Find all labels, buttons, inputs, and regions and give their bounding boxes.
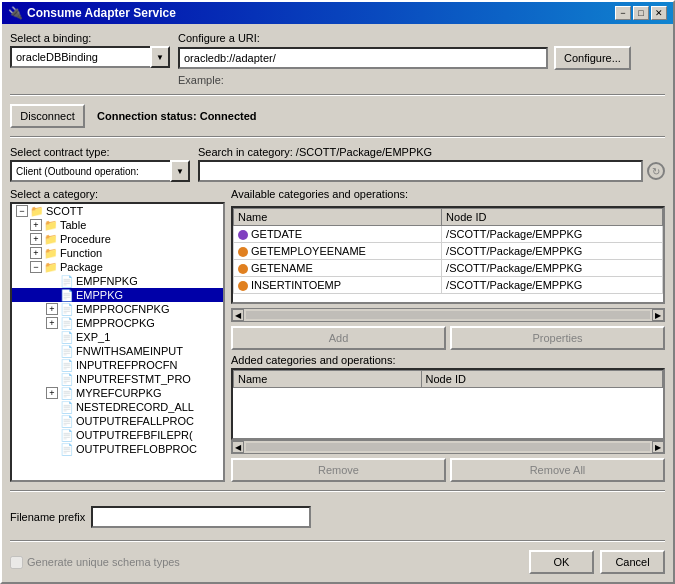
left-panel: Select a category: − 📁 SCOTT + 📁 Table (10, 188, 225, 482)
tree-item-myrefcurpkg[interactable]: + 📄 MYREFCURPKG (12, 386, 223, 400)
properties-button[interactable]: Properties (450, 326, 665, 350)
contract-dropdown-arrow[interactable]: ▼ (170, 160, 190, 182)
disconnect-button[interactable]: Disconnect (10, 104, 85, 128)
added-hscrollbar[interactable]: ◀ ▶ (231, 440, 665, 454)
added-operations-table[interactable]: Name Node ID (231, 368, 665, 440)
filename-section: Filename prefix (10, 500, 665, 532)
search-label: Search in category: /SCOTT/Package/EMPPK… (198, 146, 665, 158)
tree-item-empfnpkg[interactable]: 📄 EMPFNPKG (12, 274, 223, 288)
expander-function[interactable]: + (30, 247, 42, 259)
tree-item-outputrefallproc[interactable]: 📄 OUTPUTREFALLPROC (12, 414, 223, 428)
tree-label-scott: SCOTT (46, 205, 83, 217)
added-col-name: Name (234, 371, 422, 388)
separator-1 (10, 94, 665, 96)
tree-label-emppkg: EMPPKG (76, 289, 123, 301)
added-col-nodeid: Node ID (421, 371, 662, 388)
op-name-insertintoemp: INSERTINTOEMP (234, 277, 442, 294)
category-tree[interactable]: − 📁 SCOTT + 📁 Table + 📁 Procedure (10, 202, 225, 482)
scroll-right-btn[interactable]: ▶ (652, 309, 664, 321)
item-icon-outputreflob: 📄 (60, 443, 74, 455)
tree-item-package[interactable]: − 📁 Package (12, 260, 223, 274)
tree-item-inputrefprocfn[interactable]: 📄 INPUTREFPROCFN (12, 358, 223, 372)
tree-item-nestedrecord[interactable]: 📄 NESTEDRECORD_ALL (12, 400, 223, 414)
op-nodeid-getemployeename: /SCOTT/Package/EMPPKG (442, 243, 663, 260)
op-row-getdate[interactable]: GETDATE /SCOTT/Package/EMPPKG (234, 226, 663, 243)
status-prefix: Connection status: (97, 110, 197, 122)
cancel-button[interactable]: Cancel (600, 550, 665, 574)
tree-item-exp1[interactable]: 📄 EXP_1 (12, 330, 223, 344)
configure-button[interactable]: Configure... (554, 46, 631, 70)
expander-procedure[interactable]: + (30, 233, 42, 245)
tree-label-nestedrecord: NESTEDRECORD_ALL (76, 401, 194, 413)
tree-item-inputrefstmt[interactable]: 📄 INPUTREFSTMT_PRO (12, 372, 223, 386)
category-label: Select a category: (10, 188, 225, 200)
operations-label: Available categories and operations: (231, 188, 665, 200)
tree-item-outputrefbfile[interactable]: 📄 OUTPUTREFBFILEPR( (12, 428, 223, 442)
tree-item-outputreflob[interactable]: 📄 OUTPUTREFLOBPROC (12, 442, 223, 456)
expander-package[interactable]: − (30, 261, 42, 273)
binding-label: Select a binding: (10, 32, 170, 44)
expander-empprocpkg[interactable]: + (46, 317, 58, 329)
op-row-getemployeename[interactable]: GETEMPLOYEENAME /SCOTT/Package/EMPPKG (234, 243, 663, 260)
expander-scott[interactable]: − (16, 205, 28, 217)
ok-button[interactable]: OK (529, 550, 594, 574)
bottom-bar: Generate unique schema types OK Cancel (10, 550, 665, 574)
added-section: Added categories and operations: Name No… (231, 354, 665, 454)
item-icon-inputrefprocfn: 📄 (60, 359, 74, 371)
binding-group: Select a binding: oracleDBBinding ▼ (10, 32, 170, 68)
generate-schema-checkbox[interactable] (10, 556, 23, 569)
expander-table[interactable]: + (30, 219, 42, 231)
minimize-button[interactable]: − (615, 6, 631, 20)
tree-item-fnwithsameinput[interactable]: 📄 FNWITHSAMEINPUT (12, 344, 223, 358)
op-name-getdate: GETDATE (234, 226, 442, 243)
added-scroll-right[interactable]: ▶ (652, 441, 664, 453)
binding-uri-row: Select a binding: oracleDBBinding ▼ Conf… (10, 32, 665, 86)
tree-item-procedure[interactable]: + 📁 Procedure (12, 232, 223, 246)
available-operations-table[interactable]: Name Node ID GETDATE /SCOTT/Package/EMPP… (231, 206, 665, 304)
expander-empprocfnpkg[interactable]: + (46, 303, 58, 315)
tree-item-scott[interactable]: − 📁 SCOTT (12, 204, 223, 218)
op-name-getename: GETENAME (234, 260, 442, 277)
contract-group: Select contract type: Client (Outbound o… (10, 146, 190, 182)
added-scroll-left[interactable]: ◀ (232, 441, 244, 453)
remove-button[interactable]: Remove (231, 458, 446, 482)
window-icon: 🔌 (8, 6, 23, 20)
scroll-left-btn[interactable]: ◀ (232, 309, 244, 321)
added-scrollbar-track (246, 443, 650, 451)
generate-schema-label: Generate unique schema types (27, 556, 180, 568)
main-area: Select a category: − 📁 SCOTT + 📁 Table (10, 188, 665, 482)
tree-item-table[interactable]: + 📁 Table (12, 218, 223, 232)
tree-item-empprocfnpkg[interactable]: + 📄 EMPPROCFNPKG (12, 302, 223, 316)
tree-item-emppkg[interactable]: 📄 EMPPKG (12, 288, 223, 302)
item-icon-empfnpkg: 📄 (60, 275, 74, 287)
add-button[interactable]: Add (231, 326, 446, 350)
added-label: Added categories and operations: (231, 354, 665, 366)
op-row-getename[interactable]: GETENAME /SCOTT/Package/EMPPKG (234, 260, 663, 277)
op-row-insertintoemp[interactable]: INSERTINTOEMP /SCOTT/Package/EMPPKG (234, 277, 663, 294)
uri-group: Configure a URI: Configure... Example: (178, 32, 665, 86)
tree-item-function[interactable]: + 📁 Function (12, 246, 223, 260)
right-panel: Available categories and operations: Nam… (231, 188, 665, 482)
connection-status-label: Connection status: Connected (97, 110, 257, 122)
filename-input[interactable] (91, 506, 311, 528)
binding-dropdown-arrow[interactable]: ▼ (150, 46, 170, 68)
contract-label: Select contract type: (10, 146, 190, 158)
tree-label-myrefcurpkg: MYREFCURPKG (76, 387, 162, 399)
binding-dropdown[interactable]: oracleDBBinding ▼ (10, 46, 170, 68)
uri-input[interactable] (178, 47, 548, 69)
binding-value: oracleDBBinding (10, 46, 150, 68)
content-area: Select a binding: oracleDBBinding ▼ Conf… (2, 24, 673, 582)
item-icon-empprocfnpkg: 📄 (60, 303, 74, 315)
tree-label-empfnpkg: EMPFNPKG (76, 275, 138, 287)
tree-label-empprocpkg: EMPPROCPKG (76, 317, 155, 329)
search-input[interactable] (198, 160, 643, 182)
close-button[interactable]: ✕ (651, 6, 667, 20)
uri-label: Configure a URI: (178, 32, 665, 44)
ops-hscrollbar[interactable]: ◀ ▶ (231, 308, 665, 322)
contract-dropdown[interactable]: Client (Outbound operation: ▼ (10, 160, 190, 182)
tree-item-empprocpkg[interactable]: + 📄 EMPPROCPKG (12, 316, 223, 330)
remove-all-button[interactable]: Remove All (450, 458, 665, 482)
maximize-button[interactable]: □ (633, 6, 649, 20)
expander-myrefcurpkg[interactable]: + (46, 387, 58, 399)
refresh-icon[interactable]: ↻ (647, 162, 665, 180)
